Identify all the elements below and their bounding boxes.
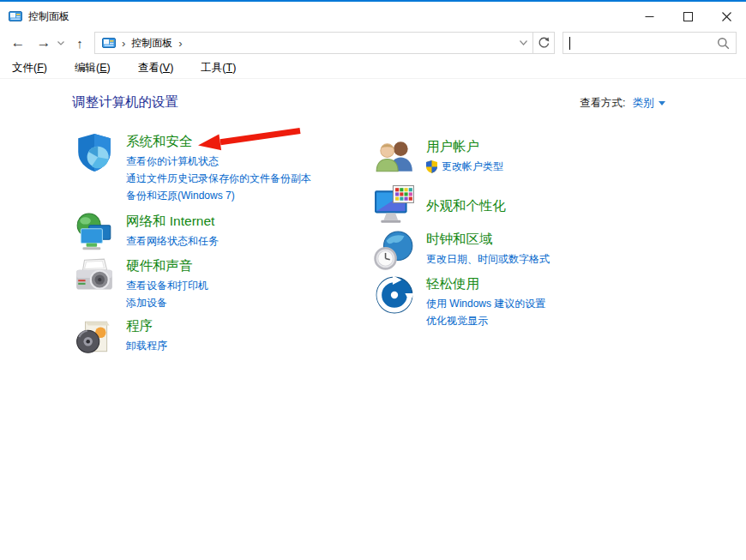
window-controls: [630, 3, 746, 29]
recent-pages-button[interactable]: [53, 31, 69, 55]
network-globe-monitors-icon[interactable]: [74, 212, 115, 253]
task-link-uninstall-program[interactable]: 卸载程序: [126, 337, 167, 354]
task-link-view-devices-printers[interactable]: 查看设备和打印机: [126, 277, 208, 294]
task-link-change-account-type[interactable]: 更改帐户类型: [426, 158, 503, 175]
programs-cd-box-icon[interactable]: [74, 316, 115, 358]
category-title-system-security[interactable]: 系统和安全: [126, 132, 193, 150]
task-link-change-date-time-format[interactable]: 更改日期、时间或数字格式: [426, 250, 550, 268]
category-title-clock-region[interactable]: 时钟和区域: [426, 230, 493, 248]
category-title-programs[interactable]: 程序: [126, 316, 153, 334]
dropdown-caret-icon: [659, 101, 665, 105]
view-by-dropdown[interactable]: 类别: [632, 96, 665, 111]
category-network-internet: 网络和 Internet 查看网络状态和任务: [74, 212, 219, 253]
uac-shield-icon: [426, 160, 437, 173]
ease-of-access-icon[interactable]: [374, 274, 415, 316]
task-link-backup-restore-win7[interactable]: 备份和还原(Windows 7): [126, 187, 235, 204]
view-by-control: 查看方式: 类别: [580, 96, 665, 111]
titlebar: 控制面板: [0, 3, 746, 29]
user-accounts-people-icon[interactable]: [374, 137, 415, 178]
category-user-accounts: 用户帐户 更改帐户类型: [374, 137, 503, 178]
category-ease-of-access: 轻松使用 使用 Windows 建议的设置 优化视觉显示: [374, 274, 545, 329]
up-button[interactable]: ↑: [69, 31, 91, 55]
window-title: 控制面板: [28, 9, 69, 24]
category-title-user-accounts[interactable]: 用户帐户: [426, 137, 479, 155]
menu-edit[interactable]: 编辑(E): [71, 59, 114, 77]
category-title-hardware-sound[interactable]: 硬件和声音: [126, 256, 193, 274]
category-programs: 程序 卸载程序: [74, 316, 167, 358]
back-button[interactable]: ←: [7, 31, 29, 55]
breadcrumb-item-control-panel[interactable]: 控制面板: [131, 36, 172, 51]
category-title-appearance-personalization[interactable]: 外观和个性化: [426, 196, 506, 214]
minimize-button[interactable]: [630, 3, 669, 29]
category-appearance-personalization: 外观和个性化: [374, 184, 506, 226]
menu-bar: 文件(F) 编辑(E) 查看(V) 工具(T): [0, 58, 746, 79]
maximize-button[interactable]: [669, 3, 707, 29]
chevron-down-icon: [520, 40, 527, 45]
category-system-security: 系统和安全 查看你的计算机状态 通过文件历史记录保存你的文件备份副本 备份和还原…: [74, 132, 311, 204]
close-icon: [722, 12, 731, 21]
category-title-network-internet[interactable]: 网络和 Internet: [126, 212, 214, 230]
refresh-icon: [538, 37, 550, 49]
task-link-optimize-visual-display[interactable]: 优化视觉显示: [426, 312, 488, 329]
clock-globe-icon[interactable]: [374, 230, 415, 271]
system-security-shield-icon[interactable]: [74, 132, 115, 173]
control-panel-window: 控制面板 ← → ↑: [0, 0, 746, 560]
search-icon: [717, 37, 730, 50]
up-icon: ↑: [76, 36, 83, 51]
search-input[interactable]: [570, 37, 717, 49]
category-clock-region: 时钟和区域 更改日期、时间或数字格式: [374, 230, 550, 271]
category-title-ease-of-access[interactable]: 轻松使用: [426, 274, 479, 292]
forward-icon: →: [37, 34, 51, 51]
close-button[interactable]: [707, 3, 746, 29]
back-icon: ←: [11, 34, 26, 51]
view-by-label: 查看方式:: [580, 96, 625, 111]
task-link-file-history-backup[interactable]: 通过文件历史记录保存你的文件备份副本: [126, 170, 311, 187]
appearance-monitor-palette-icon[interactable]: [374, 184, 415, 226]
navigation-toolbar: ← → ↑ › 控制面板 ›: [0, 31, 746, 57]
menu-view[interactable]: 查看(V): [135, 59, 177, 77]
maximize-icon: [683, 12, 693, 21]
printer-speaker-icon[interactable]: [74, 256, 115, 298]
minimize-icon: [645, 12, 654, 21]
control-panel-icon: [102, 36, 116, 50]
breadcrumb: › 控制面板 ›: [95, 33, 514, 53]
breadcrumb-separator[interactable]: ›: [178, 37, 182, 50]
task-link-view-computer-status[interactable]: 查看你的计算机状态: [126, 153, 219, 170]
menu-tools[interactable]: 工具(T): [197, 59, 239, 77]
address-bar[interactable]: › 控制面板 ›: [94, 32, 555, 54]
forward-button[interactable]: →: [33, 31, 55, 55]
search-box: [563, 32, 737, 54]
refresh-button[interactable]: [532, 33, 554, 53]
page-title: 调整计算机的设置: [72, 93, 178, 111]
task-link-view-network-status[interactable]: 查看网络状态和任务: [126, 232, 219, 250]
category-hardware-sound: 硬件和声音 查看设备和打印机 添加设备: [74, 256, 208, 311]
chevron-down-icon: [57, 41, 64, 45]
address-dropdown-button[interactable]: [514, 33, 532, 53]
menu-file[interactable]: 文件(F): [9, 59, 51, 77]
task-link-windows-suggested-settings[interactable]: 使用 Windows 建议的设置: [426, 295, 545, 312]
control-panel-icon: [9, 9, 22, 23]
breadcrumb-separator: ›: [122, 37, 125, 50]
task-link-add-device[interactable]: 添加设备: [126, 294, 167, 311]
